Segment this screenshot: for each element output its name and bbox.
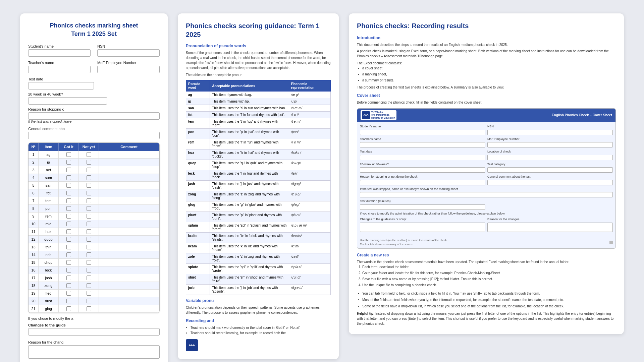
gotit-checkbox[interactable] <box>66 268 71 273</box>
notyet-checkbox[interactable] <box>87 206 91 211</box>
notyet-checkbox[interactable] <box>87 198 91 203</box>
score-word: zong <box>186 191 210 201</box>
reason-change-textarea[interactable] <box>28 345 160 359</box>
col-item: Item <box>39 143 59 151</box>
scroll-indicator[interactable] <box>609 241 613 244</box>
cf-reason-changes-textarea[interactable] <box>487 223 613 232</box>
notyet-checkbox[interactable] <box>87 245 91 249</box>
notyet-checkbox[interactable] <box>87 299 91 303</box>
gotit-checkbox[interactable] <box>66 160 71 165</box>
gotit-checkbox[interactable] <box>66 214 71 219</box>
gotit-checkbox[interactable] <box>66 306 71 311</box>
general-comment-input[interactable] <box>28 132 160 139</box>
stop-reason-input[interactable] <box>28 112 160 120</box>
employee-label: MoE Employee Number <box>97 61 160 65</box>
row-num: 13 <box>29 243 39 251</box>
score-pron: This item uses the 'h' in 'hat' and rhym… <box>210 149 289 160</box>
scoring-row: splam This item uses the 'spl' in 'splas… <box>186 222 331 233</box>
notyet-checkbox[interactable] <box>87 260 91 265</box>
cf-week-input[interactable] <box>360 167 485 173</box>
cf-student-input[interactable] <box>360 130 485 135</box>
cf-testdate-input[interactable] <box>360 155 485 160</box>
gotit-checkbox[interactable] <box>66 283 71 288</box>
gotit-checkbox[interactable] <box>66 276 71 280</box>
notyet-checkbox[interactable] <box>87 252 91 257</box>
table-row: 13 thin <box>29 243 159 251</box>
cf-employee-input[interactable] <box>487 142 613 147</box>
table-row: 14 rich <box>29 251 159 259</box>
nsn-input[interactable] <box>97 49 160 57</box>
score-pron: This item uses the 'br' in 'brick' and r… <box>210 233 289 243</box>
row-notyet <box>79 228 99 235</box>
cf-student: Student's name <box>360 124 485 135</box>
guide-change-input[interactable] <box>28 328 160 336</box>
notyet-checkbox[interactable] <box>87 229 91 234</box>
cf-duration-input[interactable] <box>360 204 485 210</box>
notyet-checkbox[interactable] <box>87 306 91 311</box>
cf-changes-textarea[interactable] <box>360 223 485 232</box>
notyet-checkbox[interactable] <box>87 168 91 172</box>
row-notyet <box>79 189 99 197</box>
row-notyet <box>79 297 99 305</box>
gotit-checkbox[interactable] <box>66 198 71 203</box>
notyet-checkbox[interactable] <box>87 237 91 242</box>
week-input[interactable] <box>28 97 107 105</box>
scoring-row: braits This item uses the 'br' in 'brick… <box>186 233 331 243</box>
score-phonemic: /r e m/ <box>289 139 330 149</box>
tip-1: You can tab from field to field, or clic… <box>362 291 616 296</box>
left-title-line1: Phonics checks marking sheet <box>50 22 138 29</box>
cf-nsn-input[interactable] <box>487 130 613 135</box>
row-item: mid <box>39 220 59 228</box>
notyet-checkbox[interactable] <box>87 268 91 273</box>
gotit-checkbox[interactable] <box>66 222 71 226</box>
scoring-row: zong This item uses the 'z' in 'zog' and… <box>186 191 331 201</box>
row-num: 9 <box>29 213 39 220</box>
notyet-checkbox[interactable] <box>87 152 91 157</box>
tip-2: Most of the fields are text fields where… <box>362 297 616 303</box>
gotit-checkbox[interactable] <box>66 175 71 180</box>
gotit-checkbox[interactable] <box>66 237 71 242</box>
notyet-checkbox[interactable] <box>87 175 91 180</box>
notyet-checkbox[interactable] <box>87 222 91 226</box>
cf-week-label: 20-week or 40-week? <box>360 162 485 167</box>
score-phonemic: /kiːm/ <box>289 243 330 253</box>
teacher-name-input[interactable] <box>28 66 91 73</box>
score-pron: This item uses the 'qu' in 'quiz' and rh… <box>210 160 289 170</box>
main-container: Phonics checks marking sheet Term 1 2025… <box>20 13 624 362</box>
recording-section: Recording and Teachers should mark word … <box>186 318 331 336</box>
gotit-checkbox[interactable] <box>66 291 71 296</box>
row-gotit <box>59 151 79 158</box>
notyet-checkbox[interactable] <box>87 160 91 165</box>
gotit-checkbox[interactable] <box>66 168 71 172</box>
cf-general-comment-input[interactable] <box>487 180 613 185</box>
gotit-checkbox[interactable] <box>66 152 71 157</box>
gotit-checkbox[interactable] <box>66 229 71 234</box>
cf-stop-reason-input[interactable] <box>360 180 485 185</box>
cf-changes-row: Changes to the guidelines or script Reas… <box>360 217 613 233</box>
notyet-checkbox[interactable] <box>87 276 91 280</box>
gotit-checkbox[interactable] <box>66 206 71 211</box>
gotit-checkbox[interactable] <box>66 191 71 195</box>
cf-teacher-input[interactable] <box>360 142 485 147</box>
notyet-checkbox[interactable] <box>87 214 91 219</box>
cf-teacher: Teacher's name <box>360 137 485 148</box>
score-word: hux <box>186 149 210 160</box>
gotit-checkbox[interactable] <box>66 299 71 303</box>
notyet-checkbox[interactable] <box>87 183 91 188</box>
employee-input[interactable] <box>97 66 160 73</box>
intro-text1: This document describes the steps to rec… <box>357 42 616 47</box>
gotit-checkbox[interactable] <box>66 183 71 188</box>
gotit-checkbox[interactable] <box>66 260 71 265</box>
gotit-checkbox[interactable] <box>66 245 71 249</box>
cf-location-input[interactable] <box>487 155 613 160</box>
student-name-input[interactable] <box>28 49 91 57</box>
notyet-checkbox[interactable] <box>87 291 91 296</box>
row-num: 7 <box>29 197 39 204</box>
cf-category-input[interactable] <box>487 167 613 173</box>
notyet-checkbox[interactable] <box>87 191 91 195</box>
test-date-input[interactable] <box>28 82 94 89</box>
cf-stopped-input[interactable] <box>360 192 613 197</box>
gotit-checkbox[interactable] <box>66 252 71 257</box>
score-phonemic: /kwɒp/ <box>289 160 330 170</box>
notyet-checkbox[interactable] <box>87 283 91 288</box>
